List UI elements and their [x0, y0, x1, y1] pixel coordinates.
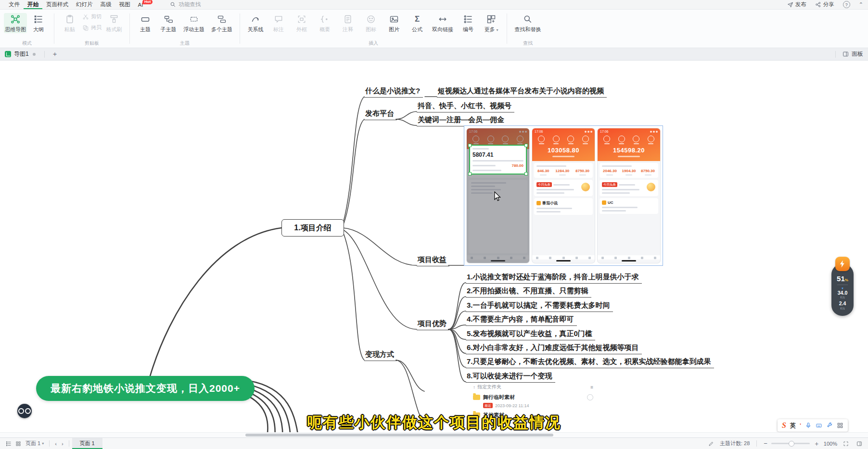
fullscreen-icon[interactable] [843, 441, 849, 447]
doc-tab[interactable]: 导图1 [14, 50, 29, 58]
page-selector[interactable]: 页面 1 ▾ [23, 438, 46, 449]
branch-monetize[interactable]: 变现方式 [364, 350, 397, 361]
root-topic[interactable]: 最新右豹地铁小说推文变现，日入2000+ [36, 376, 255, 401]
menu-tab-advanced[interactable]: 高级 [97, 0, 115, 9]
view-list-icon[interactable] [6, 441, 12, 447]
summary-button[interactable]: 概要 [313, 13, 336, 33]
up-icon: ↑ [473, 385, 475, 390]
sogou-logo[interactable]: S [782, 421, 786, 430]
outer-frame-button[interactable]: 外框 [290, 13, 313, 33]
publish-button[interactable]: 发布 [787, 1, 806, 8]
search-placeholder: 功能查找 [179, 1, 201, 8]
select-circle[interactable] [587, 394, 593, 400]
app-icon [602, 200, 606, 205]
subtopic-button[interactable]: 子主题 [157, 13, 180, 33]
file-date: 2023-09-22 11:14 [495, 403, 529, 408]
outline-mode-button[interactable]: 大纲 [27, 13, 50, 33]
branch-what-is[interactable]: 什么是小说推文? [364, 87, 423, 98]
leaf-advantage-4[interactable]: 4.不需要生产内容，简单配音即可 [466, 315, 577, 326]
insert-icon-button[interactable]: 图标 [359, 13, 383, 33]
branch-advantages[interactable]: 项目优势 [417, 319, 449, 330]
mic-icon[interactable] [805, 422, 812, 429]
panel-toggle[interactable]: 面板 [852, 50, 863, 58]
help-button[interactable]: ? [843, 1, 850, 8]
keyboard-icon[interactable] [816, 422, 822, 429]
numbering-button[interactable]: 编号 [457, 13, 480, 33]
mindmap-doc-icon [5, 51, 11, 57]
formula-button[interactable]: Σ公式 [406, 13, 429, 33]
next-page-button[interactable]: › [59, 438, 66, 449]
leaf-advantage-6[interactable]: 6.对小白非常友好，入门难度远低于其他短视频等项目 [466, 343, 642, 354]
leaf-what-child[interactable]: 短视频达人通过各媒体平台发布关于小说内容的视频 [437, 87, 607, 98]
chevron-down-icon: ▾ [497, 28, 498, 32]
feature-search[interactable]: 功能查找 [170, 1, 201, 8]
bidirectional-link-icon [438, 14, 447, 24]
collapse-ribbon-button[interactable]: ⌃ [859, 1, 863, 8]
app-window: 文件 开始 页面样式 幻灯片 高级 视图 AIHot 功能查找 发布 分享 ? … [0, 0, 868, 449]
central-topic[interactable]: 1.项目介绍 [281, 219, 344, 237]
bilink-button[interactable]: 双向链接 [429, 13, 457, 33]
mindmap-mode-button[interactable]: 思维导图 [4, 13, 27, 33]
chevron-down-icon: ▾ [42, 441, 44, 446]
outline-icon [34, 14, 43, 24]
scrollbar-thumb[interactable] [245, 434, 553, 437]
insert-image-button[interactable]: 图片 [383, 13, 406, 33]
performance-overlay[interactable]: 51% ▼34.0K/s 2.4K/s [831, 257, 854, 316]
zoom-out-button[interactable]: − [764, 440, 767, 447]
copy-button[interactable]: 拷贝 [82, 24, 102, 31]
prev-page-button[interactable]: ‹ [52, 438, 59, 449]
note-button[interactable]: 注释 [336, 13, 359, 33]
find-replace-icon [523, 14, 533, 24]
menu-tab-view[interactable]: 视图 [115, 0, 134, 9]
add-doc-tab-button[interactable]: ＋ [49, 50, 61, 59]
share-button[interactable]: 分享 [815, 1, 834, 8]
leaf-platform-1[interactable]: 抖音、快手、小红书、视频号 [417, 101, 514, 112]
find-replace-button[interactable]: 查找和替换 [511, 13, 545, 33]
status-icons [650, 131, 658, 133]
floating-topic-button[interactable]: 浮动主题 [180, 13, 208, 33]
leaf-advantage-8[interactable]: 8.可以收徒来进行一个变现 [466, 372, 555, 383]
leaf-advantage-7[interactable]: 7.只要足够耐心，不断去优化视频、素材、选文，积累实战经验都能拿到成果 [466, 357, 714, 368]
assistant-bubble[interactable] [17, 404, 32, 418]
toolbar: 思维导图 大纲 模式 粘贴 剪切 拷贝 格式刷 剪贴板 主题 子主题 浮动主题 … [0, 10, 868, 48]
menu-tab-home[interactable]: 开始 [24, 0, 42, 9]
grid-icon[interactable] [837, 422, 843, 429]
zoom-in-button[interactable]: ＋ [814, 439, 820, 448]
pencil-icon[interactable] [708, 441, 714, 447]
menu-tab-file[interactable]: 文件 [5, 0, 24, 9]
branch-platforms[interactable]: 发布平台 [364, 109, 397, 120]
callout-button[interactable]: 标注 [267, 13, 290, 33]
branch-income[interactable]: 项目收益 [417, 255, 449, 266]
format-painter-button[interactable]: 格式刷 [102, 13, 126, 33]
file-row[interactable]: 舞行临时素材 [473, 394, 593, 401]
zoom-level[interactable]: 100% [824, 441, 837, 447]
ime-toolbar[interactable]: S 英 ’ [778, 419, 848, 432]
page-tab-active[interactable]: 页面 1 [72, 438, 102, 449]
mascot-avatar [647, 183, 655, 191]
booster-icon [835, 257, 850, 271]
ime-language-toggle[interactable]: 英 [790, 422, 796, 430]
cut-button[interactable]: 剪切 [82, 13, 102, 20]
menu-tab-slides[interactable]: 幻灯片 [72, 0, 97, 9]
relation-line-button[interactable]: 关系线 [244, 13, 267, 33]
topic-button[interactable]: 主题 [134, 13, 157, 33]
leaf-advantage-3[interactable]: 3.一台手机就可以搞定，不需要耗费太多时间 [466, 301, 613, 312]
leaf-platform-2[interactable]: 关键词—注册—会员—佣金 [417, 115, 507, 126]
menu-tab-ai[interactable]: AIHot [134, 1, 147, 9]
ime-punct-toggle[interactable]: ’ [800, 423, 801, 428]
leaf-advantage-5[interactable]: 5.发布视频就可以产生收益，真正0门槛 [466, 329, 595, 340]
toolbox-icon[interactable] [826, 422, 833, 429]
phone-screenshot-2: 17:06 103058.80 846.30 1284.30 8750.30 [532, 128, 595, 263]
zoom-slider-knob[interactable] [789, 441, 794, 447]
page-layout-icon[interactable] [856, 441, 862, 447]
leaf-advantage-2[interactable]: 2.不用拍摄出镜、不用直播、只需剪辑 [466, 287, 591, 298]
leaf-advantage-1[interactable]: 1.小说推文暂时还处于蓝海阶段，抖音上明显供小于求 [466, 273, 642, 284]
search-icon [170, 1, 176, 8]
multi-topic-button[interactable]: 多个主题 [208, 13, 236, 33]
more-button[interactable]: 更多 ▾ [480, 13, 503, 33]
image-icon [389, 14, 399, 24]
paste-button[interactable]: 粘贴 [58, 13, 81, 33]
view-grid-icon[interactable] [15, 441, 21, 447]
menu-tab-page-style[interactable]: 页面样式 [42, 0, 72, 9]
zoom-slider[interactable] [771, 443, 810, 444]
